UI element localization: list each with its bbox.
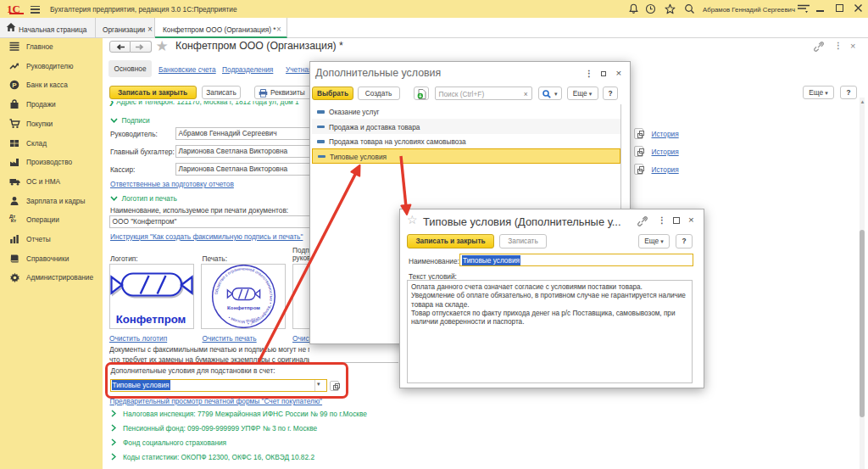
svg-text:Общество с ограниченной ответс: Общество с ограниченной ответственностью… [214,266,274,326]
svg-text:Конфетпром: Конфетпром [116,312,186,325]
svg-text:Конфетпром: Конфетпром [227,304,260,310]
svg-text:P: P [12,81,17,89]
